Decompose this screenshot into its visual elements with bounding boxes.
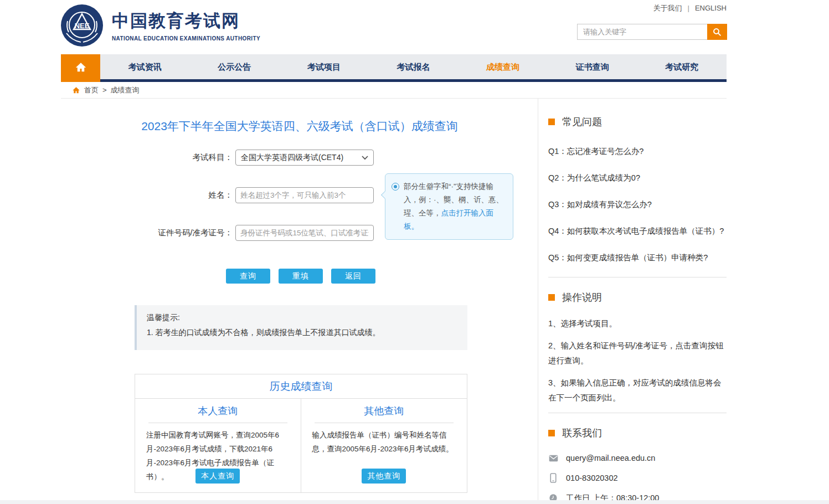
name-input[interactable] <box>235 187 374 203</box>
self-query-button[interactable]: 本人查询 <box>195 469 240 484</box>
tooltip-arrow <box>381 191 389 199</box>
site-logo[interactable]: NEE 中国教育考试网 NATIONAL EDUCATION EXAMINATI… <box>61 4 260 47</box>
nav-item-exam-registration[interactable]: 考试报名 <box>369 54 459 79</box>
self-query-panel: 本人查询 注册中国教育考试网账号，查询2005年6月-2023年6月考试成绩，下… <box>135 399 301 492</box>
form-row-id: 证件号码/准考证号： <box>61 225 374 241</box>
main-nav: 考试资讯 公示公告 考试项目 考试报名 成绩查询 证书查询 考试研究 <box>61 54 727 79</box>
instruction-step-3: 3、如果输入信息正确，对应考试的成绩信息将会在下一个页面列出。 <box>548 376 727 405</box>
other-query-button[interactable]: 其他查询 <box>362 469 406 484</box>
faq-item-q1[interactable]: Q1：忘记准考证号怎么办? <box>548 144 727 159</box>
nav-item-exam-programs[interactable]: 考试项目 <box>279 54 369 79</box>
other-query-panel: 其他查询 输入成绩报告单（证书）编号和姓名等信息，查询2005年6月-2023年… <box>301 399 467 492</box>
faq-item-q4[interactable]: Q4：如何获取本次考试电子成绩报告单（证书）? <box>548 224 727 239</box>
contact-phone-row: 010-83020302 <box>548 472 727 484</box>
contact-phone: 010-83020302 <box>566 472 618 484</box>
faq-item-q5[interactable]: Q5：如何变更成绩报告单（证书）申请种类? <box>548 250 727 265</box>
form-row-subject: 考试科目： 全国大学英语四级考试(CET4) <box>61 150 374 166</box>
chevron-down-icon <box>362 156 368 160</box>
breadcrumb: 首页 > 成绩查询 <box>61 82 727 99</box>
contact-email: query@mail.neea.edu.cn <box>566 452 655 464</box>
page: NEE 中国教育考试网 NATIONAL EDUCATION EXAMINATI… <box>0 0 829 504</box>
footer-strip <box>0 500 829 504</box>
tooltip-text: 部分生僻字和“·”支持快捷输入，例：·、龑、棡、䜣、惪、瑆、仝等，点击打开输入面… <box>404 180 506 233</box>
english-link[interactable]: ENGLISH <box>695 4 727 12</box>
nav-item-score-query[interactable]: 成绩查询 <box>458 54 548 79</box>
form-row-name: 姓名： <box>61 187 374 203</box>
back-button[interactable]: 返回 <box>331 269 375 284</box>
warm-tips-line: 1. 若考生的口试成绩为不合格，则成绩报告单上不报道其口试成绩。 <box>147 328 457 338</box>
search-bar <box>577 24 727 40</box>
warm-tips-box: 温馨提示: 1. 若考生的口试成绩为不合格，则成绩报告单上不报道其口试成绩。 <box>135 305 467 350</box>
instruction-step-1: 1、选择考试项目。 <box>548 316 727 331</box>
faq-section-title: 常见问题 <box>548 115 727 128</box>
about-us-link[interactable]: 关于我们 <box>653 4 682 12</box>
page-title: 2023年下半年全国大学英语四、六级考试（含口试）成绩查询 <box>61 119 538 134</box>
history-query-title: 历史成绩查询 <box>135 374 467 399</box>
orange-bullet-icon <box>548 294 555 301</box>
sidebar-divider <box>548 277 727 277</box>
reset-button[interactable]: 重填 <box>279 269 323 284</box>
rare-character-tooltip: 部分生僻字和“·”支持快捷输入，例：·、龑、棡、䜣、惪、瑆、仝等，点击打开输入面… <box>385 173 513 240</box>
breadcrumb-current: 成绩查询 <box>111 85 140 95</box>
sidebar: 常见问题 Q1：忘记准考证号怎么办? Q2：为什么笔试成绩为0? Q3：如对成绩… <box>548 115 727 504</box>
warm-tips-title: 温馨提示: <box>147 313 457 323</box>
breadcrumb-separator: > <box>102 86 107 94</box>
neea-emblem-icon: NEE <box>61 4 103 47</box>
svg-text:NEE: NEE <box>75 22 90 30</box>
orange-bullet-icon <box>548 119 555 125</box>
query-button[interactable]: 查询 <box>226 269 270 284</box>
main-column: 2023年下半年全国大学英语四、六级考试（含口试）成绩查询 考试科目： 全国大学… <box>61 99 538 504</box>
contact-list: query@mail.neea.edu.cn 010-83020302 <box>548 452 727 504</box>
orange-bullet-icon <box>548 430 555 436</box>
search-input[interactable] <box>577 24 707 40</box>
site-subtitle: NATIONAL EDUCATION EXAMINATIONS AUTHORIT… <box>112 35 260 42</box>
other-query-desc: 输入成绩报告单（证书）编号和姓名等信息，查询2005年6月-2023年6月考试成… <box>312 428 456 456</box>
faq-list: Q1：忘记准考证号怎么办? Q2：为什么笔试成绩为0? Q3：如对成绩有异议怎么… <box>548 144 727 265</box>
other-query-title: 其他查询 <box>315 404 454 423</box>
nav-item-exam-research[interactable]: 考试研究 <box>637 54 727 79</box>
site-title: 中国教育考试网 <box>112 9 260 33</box>
breadcrumb-home-icon <box>72 86 80 94</box>
instructions-list: 1、选择考试项目。 2、输入姓名和证件号码/准考证号，点击查询按钮进行查询。 3… <box>548 316 727 405</box>
exam-subject-select[interactable]: 全国大学英语四级考试(CET4) <box>235 150 374 166</box>
history-score-query-box: 历史成绩查询 本人查询 注册中国教育考试网账号，查询2005年6月-2023年6… <box>135 374 467 493</box>
search-button[interactable] <box>707 24 727 40</box>
faq-item-q3[interactable]: Q3：如对成绩有异议怎么办? <box>548 197 727 212</box>
home-icon <box>75 61 87 73</box>
id-number-input[interactable] <box>235 225 374 241</box>
contact-section-title: 联系我们 <box>548 426 727 440</box>
nav-item-certificate-query[interactable]: 证书查询 <box>548 54 637 79</box>
action-buttons: 查询 重填 返回 <box>226 269 375 284</box>
nav-item-public-notice[interactable]: 公示公告 <box>190 54 280 79</box>
nav-home-button[interactable] <box>61 54 100 79</box>
instruction-step-2: 2、输入姓名和证件号码/准考证号，点击查询按钮进行查询。 <box>548 338 727 368</box>
search-icon <box>712 27 722 37</box>
subject-label: 考试科目： <box>61 152 233 163</box>
contact-email-row: query@mail.neea.edu.cn <box>548 452 727 464</box>
self-query-title: 本人查询 <box>148 404 287 423</box>
exam-subject-selected-value: 全国大学英语四级考试(CET4) <box>241 153 343 163</box>
sidebar-divider <box>548 413 727 413</box>
breadcrumb-home-link[interactable]: 首页 <box>84 85 99 95</box>
id-label: 证件号码/准考证号： <box>61 228 233 238</box>
top-links-separator: | <box>688 4 689 12</box>
envelope-icon <box>548 455 558 462</box>
nav-item-exam-news[interactable]: 考试资讯 <box>100 54 190 79</box>
faq-item-q2[interactable]: Q2：为什么笔试成绩为0? <box>548 171 727 186</box>
radio-selected-icon <box>392 183 399 191</box>
top-links: 关于我们|ENGLISH <box>653 3 727 13</box>
content: 2023年下半年全国大学英语四、六级考试（含口试）成绩查询 考试科目： 全国大学… <box>61 99 727 504</box>
phone-icon <box>548 473 558 483</box>
instructions-section-title: 操作说明 <box>548 291 727 304</box>
name-label: 姓名： <box>61 190 233 200</box>
